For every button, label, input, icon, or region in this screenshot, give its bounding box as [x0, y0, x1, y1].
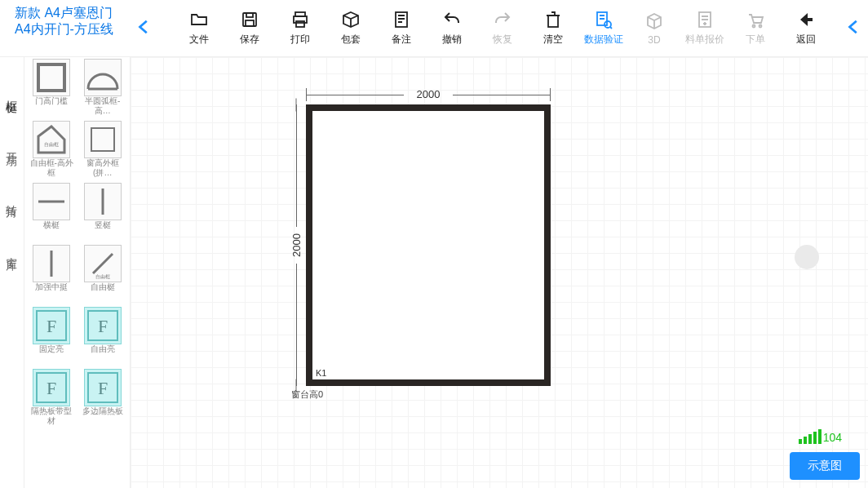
clear-icon: [543, 10, 563, 29]
back-label: 返回: [796, 33, 816, 47]
free-outer-label: 自由框-高外框: [29, 158, 73, 178]
side-tabs: 框梃开扇转角窗库: [0, 57, 24, 488]
thermal1-label: 隔热板带型材: [29, 406, 73, 426]
side-tab-frame[interactable]: 框梃: [5, 82, 20, 104]
palette-item-fixed1[interactable]: F固定亮: [28, 307, 76, 364]
svg-text:自由框: 自由框: [44, 142, 59, 147]
save-button[interactable]: 保存: [232, 10, 268, 47]
fixed2-thumb: F: [84, 307, 122, 344]
thermal2-label: 多边隔热板: [82, 406, 123, 426]
validate-label: 数据验证: [584, 33, 623, 47]
print-button[interactable]: 打印: [282, 10, 318, 47]
door-high-thumb: [33, 59, 70, 96]
example-view-button[interactable]: 示意图: [790, 452, 860, 480]
svg-point-12: [760, 25, 762, 28]
palette-item-fixed2[interactable]: F自由亮: [79, 307, 127, 364]
example-view-label: 示意图: [808, 459, 842, 472]
chevron-left-icon: [845, 18, 863, 39]
palette-item-thermal2[interactable]: F多边隔热板: [79, 369, 127, 426]
palette-item-vtrans[interactable]: 竖梃: [79, 183, 127, 240]
svg-rect-7: [548, 16, 558, 27]
component-palette: 门高门槛半圆弧框-高…自由框自由框-高外框窗高外框(拼…横梃竖梃加强中挺自由框自…: [24, 57, 131, 488]
remark-label: 备注: [392, 33, 411, 47]
svg-rect-1: [246, 13, 253, 17]
window-drawing[interactable]: 2000 2000 K1 窗台高0: [306, 104, 551, 386]
order-label: 下单: [746, 33, 765, 47]
panel-collapse-right[interactable]: [840, 0, 868, 56]
dimension-height-value: 2000: [290, 233, 303, 257]
print-icon: [290, 10, 310, 29]
undo-button[interactable]: 撤销: [434, 10, 470, 47]
thermal2-thumb: F: [84, 369, 122, 406]
file-button[interactable]: 文件: [181, 10, 217, 47]
palette-item-free-trans[interactable]: 自由框自由梃: [79, 245, 127, 302]
toolbar: 文件保存打印包套备注撤销恢复清空数据验证3D料单报价下单返回: [158, 0, 824, 56]
svg-point-9: [604, 21, 611, 28]
half-arc-thumb: [84, 59, 122, 96]
file-label: 文件: [189, 33, 209, 47]
frame-id-label: K1: [316, 368, 326, 378]
svg-rect-17: [91, 128, 114, 151]
palette-item-free-outer[interactable]: 自由框自由框-高外框: [28, 121, 76, 178]
fixed1-label: 固定亮: [39, 344, 64, 364]
redo-button: 恢复: [485, 10, 520, 47]
side-tab-corner[interactable]: 转角: [5, 186, 20, 209]
back-icon: [796, 10, 816, 29]
product-title: 新款 A4卢塞恩门 A4内开门-方压线: [0, 0, 131, 56]
free-trans-label: 自由梃: [91, 282, 115, 302]
side-tab-sash[interactable]: 开扇: [5, 134, 20, 157]
reinforce-label: 加强中挺: [35, 282, 68, 302]
svg-line-21: [93, 254, 113, 273]
order-button: 下单: [737, 10, 773, 47]
window-frame[interactable]: K1: [306, 104, 551, 386]
selection-indicator: [795, 245, 819, 269]
palette-item-htrans[interactable]: 横梃: [28, 183, 76, 240]
reinforce-thumb: [33, 245, 70, 282]
svg-rect-13: [38, 64, 64, 91]
door-high-label: 门高门槛: [35, 96, 68, 116]
3d-label: 3D: [648, 34, 660, 46]
svg-rect-2: [246, 20, 254, 26]
back-button[interactable]: 返回: [788, 10, 824, 47]
redo-icon: [493, 10, 512, 29]
package-button[interactable]: 包套: [333, 10, 369, 47]
palette-item-reinforce[interactable]: 加强中挺: [28, 245, 76, 302]
svg-text:F: F: [46, 378, 56, 398]
window-high-label: 窗高外框(拼…: [81, 158, 125, 178]
redo-label: 恢复: [493, 33, 512, 47]
clear-label: 清空: [543, 33, 563, 47]
palette-item-half-arc[interactable]: 半圆弧框-高…: [79, 59, 127, 116]
htrans-thumb: [33, 183, 70, 220]
side-tab-lib[interactable]: 窗库: [5, 238, 20, 261]
thermal1-thumb: F: [33, 369, 70, 406]
remark-button[interactable]: 备注: [383, 10, 419, 47]
svg-text:F: F: [98, 316, 108, 336]
quote-icon: [695, 10, 715, 29]
signal-indicator: 104: [799, 429, 842, 444]
palette-item-window-high[interactable]: 窗高外框(拼…: [79, 121, 127, 178]
package-icon: [341, 10, 361, 29]
fixed2-label: 自由亮: [91, 344, 115, 364]
chevron-left-icon: [135, 18, 153, 39]
svg-text:F: F: [98, 378, 108, 398]
remark-icon: [392, 10, 411, 29]
undo-label: 撤销: [442, 33, 462, 47]
quote-button: 料单报价: [687, 10, 723, 47]
vtrans-thumb: [84, 183, 122, 220]
quote-label: 料单报价: [685, 33, 724, 47]
clear-button[interactable]: 清空: [535, 10, 571, 47]
dimension-width[interactable]: 2000: [306, 88, 551, 100]
palette-item-thermal1[interactable]: F隔热板带型材: [28, 369, 76, 426]
panel-collapse-left[interactable]: [131, 0, 158, 56]
validate-button[interactable]: 数据验证: [586, 10, 622, 47]
svg-text:F: F: [46, 316, 56, 336]
design-canvas[interactable]: 2000 2000 K1 窗台高0 104 示意图: [131, 57, 868, 488]
free-outer-thumb: 自由框: [33, 121, 70, 158]
half-arc-label: 半圆弧框-高…: [81, 96, 125, 116]
save-label: 保存: [240, 33, 259, 47]
3d-icon: [644, 11, 664, 31]
vtrans-label: 竖梃: [95, 220, 111, 240]
print-label: 打印: [290, 33, 310, 47]
palette-item-door-high[interactable]: 门高门槛: [28, 59, 76, 116]
dimension-height[interactable]: 2000: [290, 104, 303, 386]
